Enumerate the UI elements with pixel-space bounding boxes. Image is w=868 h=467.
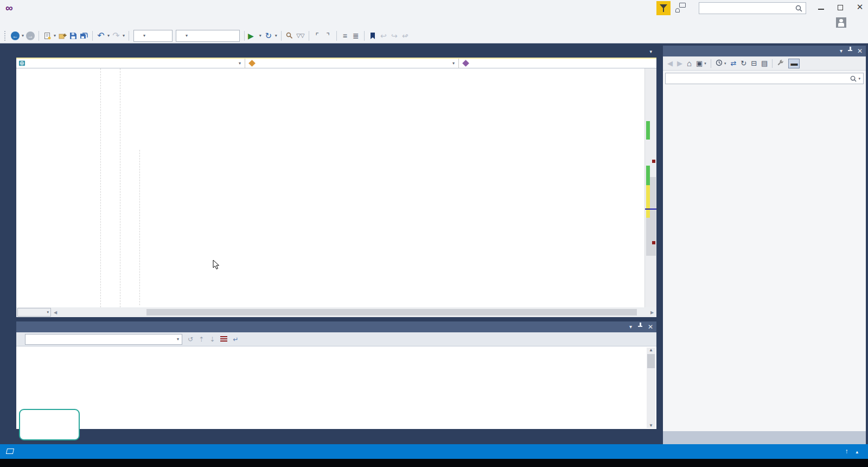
project-icon: [18, 60, 25, 67]
undo-dropdown-icon[interactable]: ▾: [106, 33, 111, 38]
pending-changes-filter-icon[interactable]: [716, 59, 723, 68]
outline-expand-icon[interactable]: ⌝: [323, 30, 334, 42]
solution-explorer-bottom-tabs: [663, 431, 866, 444]
minimize-button[interactable]: [812, 0, 830, 15]
forward-icon[interactable]: ▶: [677, 59, 682, 67]
solution-explorer-header[interactable]: ▾ ✕: [663, 46, 866, 56]
navigate-back-button[interactable]: ←: [10, 30, 21, 42]
previous-message-icon[interactable]: ⇡: [199, 336, 204, 343]
ide-shell: ▾ ▾ ▾: [0, 43, 868, 444]
code-editor[interactable]: ⇅: [16, 68, 656, 307]
window-position-icon[interactable]: ▾: [840, 46, 843, 56]
search-icon: [795, 5, 802, 12]
chevron-up-icon: ▴: [856, 449, 858, 455]
word-wrap-icon[interactable]: ↵: [233, 336, 238, 343]
debug-target-dropdown[interactable]: ▾: [133, 30, 173, 42]
solution-explorer-panel: ▾ ✕ ◀ ▶ ⌂ ▣▾ ▾ ⇄ ↻ ⊟ ▤ ▬: [663, 46, 866, 444]
scrollbar-error-mark: [652, 241, 655, 244]
close-panel-icon[interactable]: ✕: [648, 321, 653, 332]
decrease-indent-icon[interactable]: ≡: [340, 30, 350, 42]
notifications-funnel-icon[interactable]: [656, 1, 671, 15]
pin-icon[interactable]: [637, 321, 642, 332]
navigate-forward-button[interactable]: →: [25, 30, 36, 42]
sync-with-active-document-icon[interactable]: ⇄: [730, 59, 736, 67]
redo-dropdown-icon[interactable]: ▾: [122, 33, 126, 38]
upload-arrow-icon: ↑: [845, 447, 848, 455]
add-item-button[interactable]: [57, 30, 68, 42]
prev-bookmark-icon[interactable]: ↩: [378, 30, 389, 42]
output-scrollbar[interactable]: ▲ ▼: [647, 348, 655, 428]
feedback-icon[interactable]: [675, 3, 686, 12]
document-list-dropdown-icon[interactable]: ▾: [649, 49, 652, 54]
scroll-up-icon[interactable]: ▲: [647, 348, 655, 352]
editor-vertical-scrollbar[interactable]: ⇅: [644, 68, 656, 307]
editor-horizontal-scrollbar[interactable]: [60, 308, 648, 316]
navigate-back-dropdown-icon[interactable]: ▾: [21, 33, 25, 38]
refresh-dropdown-icon[interactable]: ▾: [274, 33, 278, 38]
toolbar-overflow-icon[interactable]: ▽▽: [295, 30, 306, 42]
platform-dropdown[interactable]: ▾: [176, 30, 240, 42]
add-to-source-control-button[interactable]: ↑▴: [845, 447, 858, 455]
scroll-down-icon[interactable]: ▼: [647, 423, 655, 428]
output-panel: ▾ ✕ ▾ ↺ ⇡ ⇣ ↵ ▲ ▼: [16, 321, 656, 429]
refresh-icon[interactable]: ↻: [741, 59, 746, 67]
output-panel-header[interactable]: ▾ ✕: [16, 321, 656, 332]
class-icon: [248, 60, 256, 67]
refresh-button[interactable]: ↻: [263, 30, 274, 42]
visual-studio-window: ∞ ✕ ← ▾ → ▾ ↶ ▾ ↷ ▾ ▾ ▾: [0, 0, 868, 467]
indent-guide: [120, 68, 120, 307]
next-message-icon[interactable]: ⇣: [209, 336, 215, 343]
back-icon[interactable]: ◀: [667, 59, 673, 67]
new-file-button[interactable]: [42, 30, 53, 42]
switch-views-icon[interactable]: ▣: [696, 59, 703, 67]
editor-zoom-dropdown[interactable]: ▾: [17, 308, 51, 317]
pin-icon[interactable]: [847, 46, 852, 56]
start-debugging-button[interactable]: ▶▾: [247, 30, 263, 42]
collapse-all-icon[interactable]: ⊟: [751, 59, 757, 67]
undo-button[interactable]: ↶: [95, 30, 106, 42]
clear-bookmarks-icon[interactable]: ↫: [400, 30, 411, 42]
home-icon[interactable]: ⌂: [687, 59, 692, 68]
scrollbar-thumb[interactable]: [647, 354, 655, 368]
navbar-type-dropdown[interactable]: ▾: [245, 59, 459, 68]
close-panel-icon[interactable]: ✕: [857, 46, 863, 56]
editor-group: ▾ ▾ ▾: [16, 46, 656, 317]
close-window-button[interactable]: ✕: [851, 0, 868, 15]
search-icon: [850, 75, 857, 82]
output-log[interactable]: [16, 346, 656, 429]
chevron-down-icon: ▾: [239, 61, 242, 66]
find-message-icon[interactable]: ↺: [188, 336, 193, 343]
mouse-cursor: [213, 260, 220, 270]
outline-collapse-icon[interactable]: ⌜: [312, 30, 323, 42]
editor-navigation-bar: ▾ ▾: [16, 59, 656, 68]
menu-bar: [0, 16, 868, 28]
navbar-project-dropdown[interactable]: ▾: [16, 59, 245, 68]
scrollbar-error-mark: [652, 160, 655, 163]
redo-button[interactable]: ↷: [111, 30, 122, 42]
scroll-left-icon[interactable]: ◀: [51, 310, 60, 315]
new-file-dropdown-icon[interactable]: ▾: [53, 33, 57, 38]
save-all-button[interactable]: [79, 30, 90, 42]
increase-indent-icon[interactable]: ≣: [350, 30, 361, 42]
find-in-files-icon[interactable]: [284, 30, 295, 42]
toolbar-grip: [4, 31, 7, 41]
scrollbar-thumb[interactable]: [146, 309, 637, 315]
standard-toolbar: ← ▾ → ▾ ↶ ▾ ↷ ▾ ▾ ▾ ▶▾ ↻ ▾ ▽▽ ⌜ ⌝ ≡ ≣ ↩ …: [0, 28, 868, 43]
properties-icon[interactable]: [777, 59, 784, 68]
scroll-right-icon[interactable]: ▶: [648, 310, 656, 315]
watermark-badge: [19, 409, 80, 440]
preview-selected-items-toggle[interactable]: ▬: [788, 59, 800, 68]
user-avatar-icon[interactable]: [836, 17, 846, 28]
save-button[interactable]: [68, 30, 79, 42]
solution-explorer-search-input[interactable]: ▾: [665, 73, 864, 84]
indent-guide: [100, 68, 101, 307]
show-all-files-icon[interactable]: ▤: [761, 59, 768, 67]
navbar-member-dropdown[interactable]: [459, 59, 656, 68]
window-position-icon[interactable]: ▾: [629, 321, 632, 332]
next-bookmark-icon[interactable]: ↪: [389, 30, 400, 42]
bookmark-button[interactable]: [367, 30, 378, 42]
quick-launch-input[interactable]: [699, 2, 806, 14]
maximize-button[interactable]: [831, 0, 850, 15]
clear-all-output-icon[interactable]: [220, 336, 227, 343]
output-source-dropdown[interactable]: ▾: [25, 334, 182, 345]
